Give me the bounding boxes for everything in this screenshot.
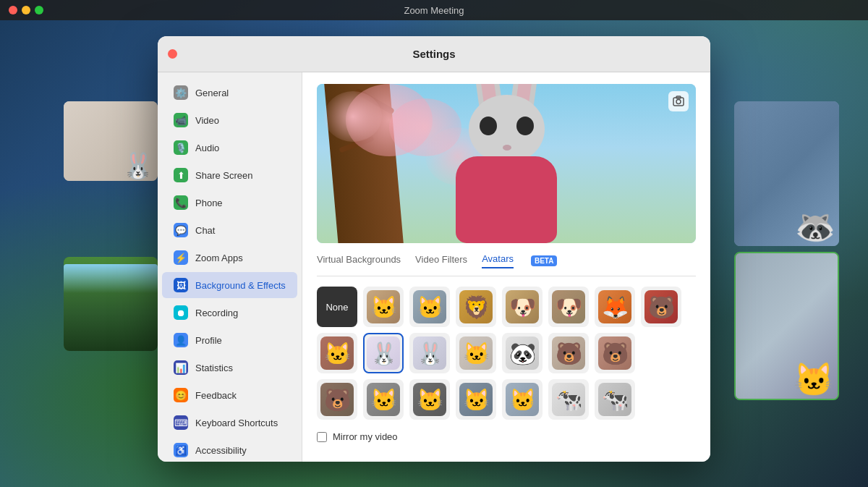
- sidebar-item-feedback[interactable]: 😊 Feedback: [162, 382, 297, 408]
- avatar-dog1[interactable]: 🐶: [502, 287, 542, 327]
- avatar-cow2[interactable]: 🐄: [595, 379, 635, 420]
- avatar-panda1[interactable]: 🐼: [502, 333, 542, 373]
- share-screen-icon: ⬆: [174, 168, 188, 182]
- sidebar-item-background[interactable]: 🖼 Background & Effects: [162, 272, 297, 298]
- accessibility-icon: ♿: [174, 443, 188, 457]
- avatar-bear3[interactable]: 🐻: [595, 333, 635, 373]
- avatar-bunny2[interactable]: 🐰: [409, 333, 450, 373]
- feedback-icon: 😊: [174, 388, 188, 402]
- bunny-head: [469, 95, 545, 164]
- mirror-label: Mirror my video: [333, 431, 398, 442]
- maximize-dot[interactable]: [35, 6, 43, 14]
- statistics-icon: 📊: [174, 360, 188, 375]
- window-title: Zoom Meeting: [404, 5, 464, 16]
- avatar-grid: None 🐱 🐱 🦁 🐶 🐶: [317, 287, 696, 420]
- avatar-cat8[interactable]: 🐱: [502, 379, 542, 420]
- avatar-bear2[interactable]: 🐻: [548, 333, 589, 373]
- chat-icon: 💬: [174, 223, 188, 237]
- tabs-row: Virtual Backgrounds Video Filters Avatar…: [317, 253, 696, 276]
- avatar-cat6[interactable]: 🐱: [409, 379, 450, 420]
- general-icon: ⚙️: [174, 85, 188, 100]
- sidebar-item-accessibility[interactable]: ♿ Accessibility: [162, 437, 297, 462]
- sidebar-label-statistics: Statistics: [195, 363, 233, 373]
- screenshot-button[interactable]: [668, 91, 689, 111]
- sidebar-item-profile[interactable]: 👤 Profile: [162, 327, 297, 353]
- bunny-preview: [438, 91, 575, 243]
- avatar-row-3: 🐻 🐱 🐱 🐱 🐱 🐄: [317, 379, 696, 420]
- modal-titlebar: Settings: [158, 36, 710, 72]
- avatar-cat3[interactable]: 🦁: [456, 287, 496, 327]
- bg-tile-bottomright: 🐱: [734, 252, 839, 400]
- sidebar-item-phone[interactable]: 📞 Phone: [162, 190, 297, 216]
- modal-close-button[interactable]: [168, 49, 177, 59]
- mirror-checkbox[interactable]: [317, 432, 327, 442]
- avatar-row-2: 🐱 🐰 🐰 🐱 🐼 🐻: [317, 333, 696, 373]
- video-icon: 📹: [174, 113, 188, 127]
- avatar-cat1[interactable]: 🐱: [363, 287, 404, 327]
- sidebar-item-audio[interactable]: 🎙️ Audio: [162, 135, 297, 161]
- sidebar: ⚙️ General 📹 Video 🎙️ Audio ⬆ Share Scre…: [158, 72, 302, 462]
- sidebar-item-statistics[interactable]: 📊 Statistics: [162, 355, 297, 381]
- sidebar-label-general: General: [195, 88, 229, 98]
- sidebar-label-accessibility: Accessibility: [195, 445, 247, 456]
- settings-modal: Settings ⚙️ General 📹 Video 🎙️ Audio ⬆ S: [158, 36, 710, 462]
- sidebar-label-chat: Chat: [195, 225, 215, 236]
- avatar-bear1[interactable]: 🐻: [641, 287, 681, 327]
- avatar-cat5[interactable]: 🐱: [363, 379, 404, 420]
- sidebar-label-phone: Phone: [195, 198, 223, 208]
- profile-icon: 👤: [174, 333, 188, 347]
- sidebar-label-audio: Audio: [195, 143, 219, 153]
- avatar-bunny1-selected[interactable]: 🐰: [363, 333, 404, 373]
- sidebar-item-general[interactable]: ⚙️ General: [162, 80, 297, 106]
- sidebar-label-zoom-apps: Zoom Apps: [195, 253, 243, 263]
- flowers-3: [324, 91, 382, 142]
- titlebar: Zoom Meeting: [0, 0, 868, 20]
- phone-icon: 📞: [174, 195, 188, 210]
- preview-area: [317, 84, 696, 243]
- background-icon: 🖼: [174, 278, 188, 292]
- sidebar-label-share-screen: Share Screen: [195, 170, 253, 181]
- sidebar-item-keyboard-shortcuts[interactable]: ⌨ Keyboard Shortcuts: [162, 410, 297, 436]
- avatar-cat2[interactable]: 🐱: [409, 287, 450, 327]
- audio-icon: 🎙️: [174, 140, 188, 155]
- sidebar-label-feedback: Feedback: [195, 390, 237, 401]
- avatar-fox1[interactable]: 🦊: [595, 287, 635, 327]
- avatar-cow1[interactable]: 🐄: [548, 379, 589, 420]
- screenshot-icon: [673, 96, 684, 107]
- beta-badge: BETA: [531, 255, 557, 266]
- sidebar-label-background: Background & Effects: [195, 280, 286, 291]
- sidebar-label-video: Video: [195, 115, 219, 126]
- avatar-cat7[interactable]: 🐱: [456, 379, 496, 420]
- keyboard-shortcuts-icon: ⌨: [174, 415, 188, 430]
- bg-tile-bottomleft: [64, 257, 158, 351]
- bunny-eye-right: [516, 117, 534, 135]
- modal-title: Settings: [412, 48, 455, 60]
- bunny-nose: [503, 145, 511, 151]
- modal-body: ⚙️ General 📹 Video 🎙️ Audio ⬆ Share Scre…: [158, 72, 710, 462]
- avatar-dog2[interactable]: 🐶: [548, 287, 589, 327]
- close-dot[interactable]: [9, 6, 17, 14]
- zoom-apps-icon: ⚡: [174, 250, 188, 265]
- recording-icon: ⏺: [174, 305, 188, 320]
- svg-point-1: [676, 100, 681, 104]
- sidebar-item-share-screen[interactable]: ⬆ Share Screen: [162, 162, 297, 188]
- sidebar-label-profile: Profile: [195, 335, 222, 346]
- window-controls: [9, 6, 43, 14]
- avatar-bunny3[interactable]: 🐱: [456, 333, 496, 373]
- tab-virtual-backgrounds[interactable]: Virtual Backgrounds: [317, 254, 401, 268]
- tab-video-filters[interactable]: Video Filters: [415, 254, 467, 268]
- sidebar-item-chat[interactable]: 💬 Chat: [162, 217, 297, 243]
- mirror-row: Mirror my video: [317, 431, 696, 442]
- minimize-dot[interactable]: [22, 6, 30, 14]
- sidebar-item-recording[interactable]: ⏺ Recording: [162, 300, 297, 326]
- avatar-bear4[interactable]: 🐻: [317, 379, 357, 420]
- sidebar-item-video[interactable]: 📹 Video: [162, 107, 297, 133]
- avatar-none[interactable]: None: [317, 287, 357, 327]
- avatar-cat4[interactable]: 🐱: [317, 333, 357, 373]
- avatar-row-1: None 🐱 🐱 🦁 🐶 🐶: [317, 287, 696, 327]
- bunny-eye-left: [480, 117, 497, 135]
- tab-avatars[interactable]: Avatars: [482, 253, 514, 268]
- sidebar-item-zoom-apps[interactable]: ⚡ Zoom Apps: [162, 245, 297, 271]
- main-content: Virtual Backgrounds Video Filters Avatar…: [302, 72, 710, 462]
- sidebar-label-recording: Recording: [195, 308, 238, 318]
